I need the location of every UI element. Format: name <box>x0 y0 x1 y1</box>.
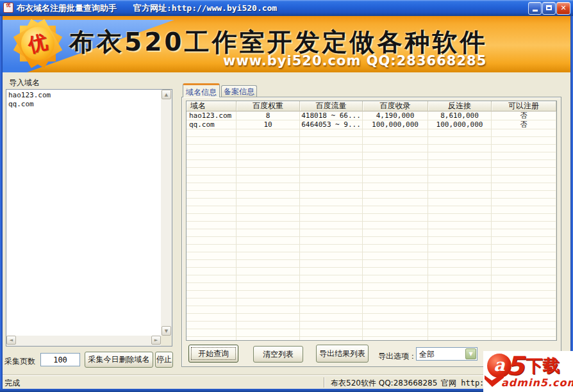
table-row[interactable]: hao123.com8418018 ~ 66...4,190,0008,610,… <box>187 111 556 120</box>
close-button[interactable]: ✕ <box>556 2 570 15</box>
table-cell <box>237 291 300 298</box>
table-empty-row <box>187 214 556 222</box>
table-cell <box>363 306 428 314</box>
domain-list-lines: hao123.com qq.com <box>8 91 159 334</box>
column-header[interactable]: 百度收录 <box>363 101 428 111</box>
domain-list-input[interactable]: hao123.com qq.com ▲ ▼ ◄ ► <box>6 89 172 347</box>
table-cell <box>492 229 556 237</box>
domain-line: qq.com <box>8 100 159 109</box>
table-cell <box>492 137 556 145</box>
table-empty-row <box>187 329 556 337</box>
table-cell <box>428 183 492 191</box>
table-cell <box>363 183 428 191</box>
table-cell <box>492 152 556 160</box>
table-cell: 100,000,000 <box>428 120 492 129</box>
table-cell <box>428 314 492 322</box>
table-cell <box>187 168 237 176</box>
table-empty-row <box>187 168 556 176</box>
table-cell <box>187 229 237 237</box>
tab-domain-info[interactable]: 域名信息 <box>183 83 220 97</box>
table-cell <box>300 337 363 341</box>
table-cell <box>492 237 556 245</box>
scroll-up-icon[interactable]: ▲ <box>162 90 171 99</box>
table-cell <box>300 183 363 191</box>
table-cell <box>428 291 492 298</box>
horizontal-scrollbar[interactable]: ◄ ► <box>6 336 161 346</box>
table-cell <box>187 291 237 298</box>
table-cell <box>492 268 556 275</box>
table-cell <box>187 199 237 206</box>
table-cell <box>187 191 237 199</box>
table-cell <box>187 337 237 341</box>
table-cell <box>300 306 363 314</box>
table-cell <box>492 129 556 137</box>
table-cell <box>428 329 492 337</box>
tab-icp-info[interactable]: 备案信息 <box>221 85 257 97</box>
minimize-button[interactable] <box>528 2 542 15</box>
export-option-select[interactable]: 全部 ▼ <box>416 347 478 361</box>
table-cell <box>363 245 428 252</box>
table-empty-row <box>187 298 556 306</box>
table-cell <box>187 283 237 291</box>
column-header[interactable]: 可以注册 <box>492 101 556 111</box>
start-query-button[interactable]: 开始查询 <box>188 345 238 363</box>
table-cell <box>363 214 428 222</box>
table-cell <box>428 245 492 252</box>
collect-deleted-domains-button[interactable]: 采集今日删除域名 <box>85 352 153 368</box>
table-cell <box>300 176 363 183</box>
table-cell: 10 <box>237 120 300 129</box>
scroll-right-icon[interactable]: ► <box>151 336 161 345</box>
page-count-input[interactable] <box>40 353 80 366</box>
table-cell <box>492 337 556 341</box>
table-cell <box>363 206 428 214</box>
table-cell <box>428 252 492 260</box>
table-cell <box>428 306 492 314</box>
export-results-button[interactable]: 导出结果列表 <box>316 345 369 363</box>
table-cell <box>300 168 363 176</box>
window-border-left <box>0 16 3 392</box>
table-empty-row <box>187 268 556 275</box>
maximize-button[interactable] <box>542 2 556 15</box>
table-cell <box>492 214 556 222</box>
window-title: 布衣域名注册批量查询助手 <box>17 3 117 14</box>
table-cell <box>492 291 556 298</box>
table-cell <box>237 283 300 291</box>
column-header[interactable]: 百度流量 <box>300 101 363 111</box>
table-cell <box>237 191 300 199</box>
table-cell <box>300 199 363 206</box>
table-cell <box>300 206 363 214</box>
vertical-scrollbar[interactable]: ▲ ▼ <box>161 90 172 336</box>
results-table: 域名百度权重百度流量百度收录反连接可以注册 hao123.com8418018 … <box>186 101 557 341</box>
table-cell <box>300 314 363 322</box>
table-cell <box>187 314 237 322</box>
table-cell <box>187 275 237 283</box>
table-cell <box>300 329 363 337</box>
scroll-down-icon[interactable]: ▼ <box>162 326 171 336</box>
table-cell <box>237 337 300 341</box>
table-row[interactable]: qq.com106464053 ~ 9...100,000,000100,000… <box>187 120 556 129</box>
column-header[interactable]: 百度权重 <box>237 101 300 111</box>
table-cell <box>300 252 363 260</box>
scroll-left-icon[interactable]: ◄ <box>6 336 16 345</box>
table-cell <box>187 268 237 275</box>
table-cell <box>363 229 428 237</box>
table-cell <box>237 152 300 160</box>
table-empty-row <box>187 129 556 137</box>
table-cell <box>187 260 237 268</box>
table-cell <box>187 206 237 214</box>
table-cell <box>428 229 492 237</box>
chevron-down-icon[interactable]: ▼ <box>465 348 476 359</box>
column-header[interactable]: 域名 <box>187 101 237 111</box>
table-cell <box>492 222 556 229</box>
table-cell <box>363 260 428 268</box>
table-empty-row <box>187 206 556 214</box>
table-cell <box>300 152 363 160</box>
table-cell <box>237 268 300 275</box>
table-cell <box>363 329 428 337</box>
clear-list-button[interactable]: 清空列表 <box>253 346 303 363</box>
column-header[interactable]: 反连接 <box>428 101 492 111</box>
table-cell <box>428 206 492 214</box>
stop-button[interactable]: 停止 <box>155 352 173 368</box>
table-cell <box>428 322 492 329</box>
table-cell <box>363 176 428 183</box>
